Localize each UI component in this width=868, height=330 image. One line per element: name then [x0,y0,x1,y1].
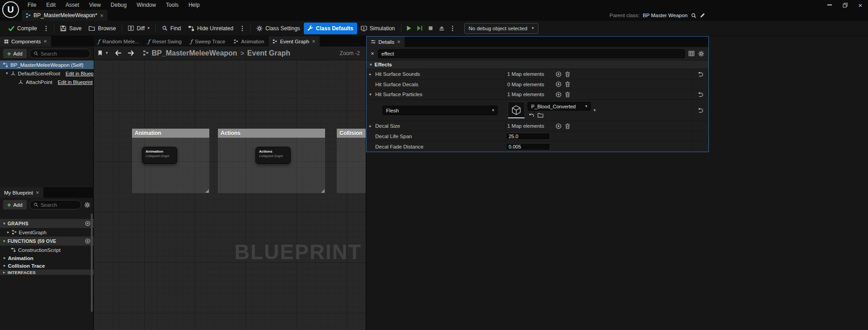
reset-to-default-button[interactable] [692,69,708,79]
breadcrumb-current[interactable]: Event Graph [247,49,290,57]
close-tab-icon[interactable]: × [36,190,39,195]
my-blueprint-search-input[interactable] [41,202,77,208]
menu-debug[interactable]: Debug [106,0,132,10]
collapsed-graph-node-actions[interactable]: Actions Collapsed Graph [255,147,291,164]
panel-settings-gear-icon[interactable] [84,202,90,208]
particle-asset-thumbnail[interactable] [508,102,525,119]
save-button[interactable]: Save [57,23,85,34]
expander-icon[interactable]: ▸ [3,270,5,274]
browse-to-asset-icon[interactable] [538,112,543,118]
menu-file[interactable]: File [23,0,41,10]
details-settings-gear-icon[interactable] [698,51,704,57]
reset-to-default-button[interactable] [692,89,708,99]
graph-tab-random-melee[interactable]: ƒ Random Mele... [94,36,143,46]
graph-tab-reset-swing[interactable]: ƒ Reset Swing [144,36,186,46]
hide-unrelated-button[interactable]: Hide Unrelated [184,23,237,34]
add-map-element-button[interactable] [554,81,563,87]
decal-life-span-field[interactable] [506,133,550,140]
empty-map-trash-button[interactable] [563,123,572,129]
back-arrow-icon[interactable] [115,50,122,56]
expander-icon[interactable]: ▸ [4,264,6,268]
find-button[interactable]: Find [158,23,184,34]
resize-grip[interactable] [321,189,325,193]
use-selected-asset-icon[interactable] [528,113,534,118]
section-header-interfaces[interactable]: ▸ INTERFACES [0,270,94,275]
close-tab-icon[interactable]: × [397,39,401,45]
add-graph-icon[interactable] [85,221,90,226]
tab-components[interactable]: Components × [0,36,51,46]
menu-help[interactable]: Help [184,0,205,10]
event-graph-canvas[interactable]: Animation Animation Collapsed Graph Acti… [94,60,366,330]
resize-grip[interactable] [205,189,209,193]
asset-tab-blueprint[interactable]: BP_MasterMeleeWeapon* × [22,10,108,21]
expander-icon[interactable]: ▸ [7,230,9,234]
find-parent-class-icon[interactable] [691,13,697,19]
class-defaults-button[interactable]: Class Defaults [304,23,357,34]
comment-box-actions[interactable]: Actions Actions Collapsed Graph [218,129,325,193]
expander-icon[interactable]: ▸ [369,124,372,128]
expander-icon[interactable]: ▾ [3,222,5,226]
collapsed-graph-node-animation[interactable]: Animation Collapsed Graph [142,147,177,164]
display-filter-table-icon[interactable] [689,51,694,56]
close-tab-icon[interactable]: × [100,13,104,19]
stop-button[interactable] [425,23,436,34]
edit-in-blueprint-link[interactable]: Edit in Blueprint [58,79,93,85]
chevron-down-icon[interactable]: ▾ [106,51,108,55]
expander-icon[interactable]: ▾ [3,239,5,243]
category-header-effects[interactable]: ▾ Effects [367,60,708,69]
expander-icon[interactable]: ▸ [369,72,372,76]
add-map-element-button[interactable] [554,92,563,98]
edit-parent-class-icon[interactable] [700,13,705,18]
details-search-box[interactable] [378,49,685,58]
play-button[interactable] [404,23,415,34]
graph-tab-event-graph[interactable]: Event Graph × [269,36,319,46]
empty-map-trash-button[interactable] [563,92,572,98]
add-map-element-button[interactable] [554,123,563,129]
comment-box-animation[interactable]: Animation Animation Collapsed Graph [132,129,209,193]
decal-fade-distance-field[interactable] [506,143,550,150]
add-map-element-button[interactable] [554,71,563,77]
expander-icon[interactable]: ▾ [6,71,8,75]
debug-object-dropdown[interactable]: No debug object selected ▾ [464,23,538,34]
close-button[interactable]: × [853,0,868,10]
expander-icon[interactable]: ▸ [4,256,6,260]
class-settings-button[interactable]: Class Settings [253,23,304,34]
element-expand-chevron-icon[interactable]: ▾ [594,108,596,112]
menu-tools[interactable]: Tools [161,0,184,10]
function-category-collision-trace[interactable]: ▸ Collision Trace [0,262,94,270]
close-tab-icon[interactable]: × [312,38,316,44]
restore-button[interactable] [837,0,853,10]
parent-class-link[interactable]: BP Master Weapon [643,13,688,18]
compile-button[interactable]: Compile [5,23,41,34]
particle-asset-dropdown[interactable]: P_Blood_Converted ▾ [528,102,591,111]
my-blueprint-search-box[interactable] [29,200,81,209]
edit-in-blueprint-link[interactable]: Edit in Bluepr [66,71,94,76]
simulation-button[interactable]: Simulation [357,23,399,34]
add-function-icon[interactable] [85,238,90,244]
minimize-button[interactable] [822,0,837,10]
graph-tab-sweep-trace[interactable]: ƒ Sweep Trace [186,36,230,46]
components-search-input[interactable] [41,51,86,56]
menu-edit[interactable]: Edit [41,0,61,10]
scrollbar[interactable] [91,214,93,312]
section-header-functions[interactable]: ▾ FUNCTIONS (59 OVE [0,237,94,246]
empty-map-trash-button[interactable] [563,81,572,87]
list-item-construction-script[interactable]: ConstructionScript [0,246,94,254]
compile-options-button[interactable] [41,23,52,34]
clear-search-icon[interactable]: × [371,51,374,56]
comment-box-collision[interactable]: Collision [337,129,366,193]
surface-type-dropdown[interactable]: Flesh ▾ [382,106,498,115]
empty-map-trash-button[interactable] [563,71,572,77]
tab-my-blueprint[interactable]: My Blueprint × [0,187,43,198]
tab-details[interactable]: Details × [367,37,405,47]
eject-button[interactable] [436,23,447,34]
component-row-scene-root[interactable]: ▾ DefaultSceneRoot Edit in Bluepr [0,69,94,78]
expander-icon[interactable]: ▾ [370,63,372,67]
components-search-box[interactable] [29,49,90,58]
bookmark-icon[interactable] [98,50,103,56]
frame-skip-button[interactable] [415,23,425,34]
section-header-graphs[interactable]: ▾ GRAPHS [0,219,94,228]
reset-to-default-button[interactable] [692,100,708,121]
component-row-attach-point[interactable]: AttachPoint Edit in Blueprint [0,78,94,86]
browse-button[interactable]: Browse [85,23,119,34]
